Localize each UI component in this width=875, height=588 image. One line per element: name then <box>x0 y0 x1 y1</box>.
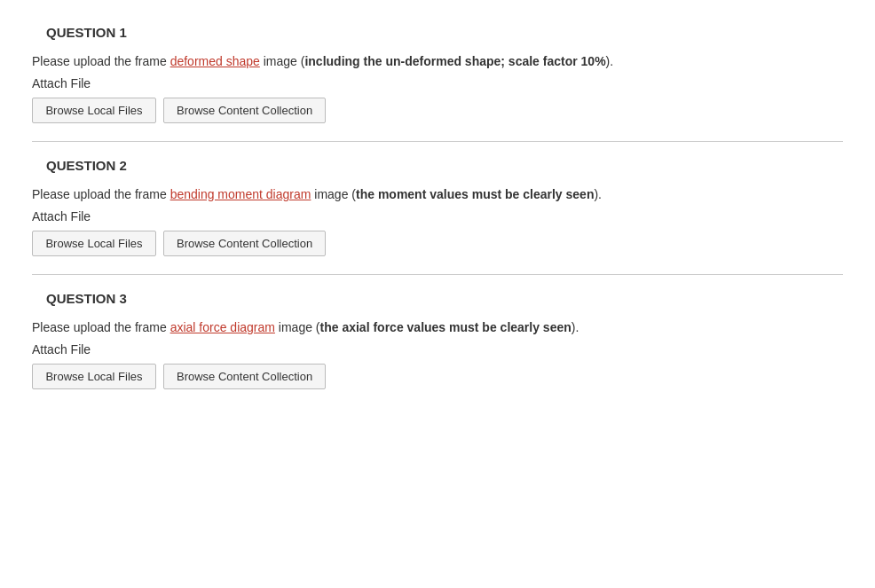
question-1-body: Please upload the frame deformed shape i… <box>32 52 843 71</box>
q3-browse-local-button[interactable]: Browse Local Files <box>32 364 156 389</box>
q2-browse-collection-button[interactable]: Browse Content Collection <box>163 231 326 256</box>
q3-browse-collection-button[interactable]: Browse Content Collection <box>163 364 326 389</box>
q1-browse-local-button[interactable]: Browse Local Files <box>32 98 156 123</box>
question-3-body: Please upload the frame axial force diag… <box>32 318 843 337</box>
q3-text-before: Please upload the frame <box>32 320 170 334</box>
q2-text-after: image ( <box>311 187 356 201</box>
q3-bold: the axial force values must be clearly s… <box>320 320 572 334</box>
page-container: QUESTION 1 Please upload the frame defor… <box>0 0 875 425</box>
question-2-body: Please upload the frame bending moment d… <box>32 185 843 204</box>
question-section-2: QUESTION 2 Please upload the frame bendi… <box>32 142 843 274</box>
q2-text-end: ). <box>594 187 602 201</box>
q2-browse-local-button[interactable]: Browse Local Files <box>32 231 156 256</box>
q1-browse-collection-button[interactable]: Browse Content Collection <box>163 98 326 123</box>
q3-attach-label: Attach File <box>32 342 843 357</box>
q3-text-after: image ( <box>275 320 320 334</box>
q1-link: deformed shape <box>170 54 260 68</box>
q3-text-end: ). <box>572 320 579 334</box>
q2-text-before: Please upload the frame <box>32 187 170 201</box>
q1-button-row: Browse Local Files Browse Content Collec… <box>32 98 843 123</box>
q1-text-end: ). <box>606 54 614 68</box>
q1-text-after: image ( <box>260 54 305 68</box>
q2-link: bending moment diagram <box>170 187 311 201</box>
q2-attach-label: Attach File <box>32 209 843 223</box>
q2-button-row: Browse Local Files Browse Content Collec… <box>32 231 843 256</box>
question-2-title: QUESTION 2 <box>32 158 843 173</box>
q1-bold: including the un-deformed shape; scale f… <box>304 54 605 68</box>
q3-link: axial force diagram <box>170 320 275 334</box>
q1-text-before: Please upload the frame <box>32 54 170 68</box>
question-3-title: QUESTION 3 <box>32 291 843 306</box>
q3-button-row: Browse Local Files Browse Content Collec… <box>32 364 843 389</box>
question-section-3: QUESTION 3 Please upload the frame axial… <box>32 275 843 407</box>
q1-attach-label: Attach File <box>32 76 843 90</box>
q2-bold: the moment values must be clearly seen <box>356 187 594 201</box>
question-1-title: QUESTION 1 <box>32 25 843 40</box>
question-section-1: QUESTION 1 Please upload the frame defor… <box>32 9 843 141</box>
